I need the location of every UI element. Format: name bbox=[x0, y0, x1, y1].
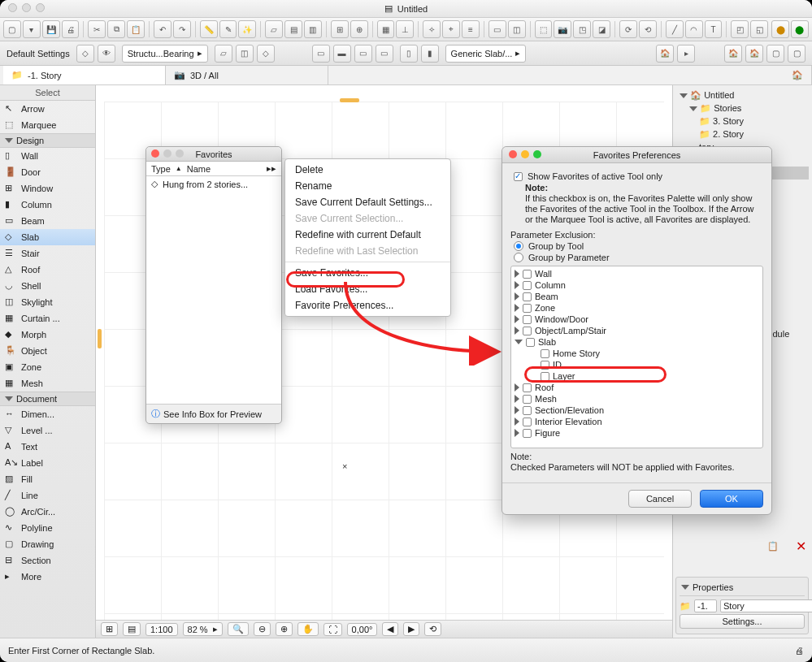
bb-icon1[interactable]: ⊞ bbox=[101, 622, 118, 636]
tool-morph[interactable]: ◆Morph bbox=[0, 327, 95, 343]
slab-settings-icon[interactable]: ◇ bbox=[76, 45, 94, 63]
axo-button[interactable]: ◪ bbox=[593, 20, 610, 38]
marquee-rect-button[interactable]: ⬚ bbox=[535, 20, 553, 38]
zoom-magnify-button[interactable]: 🔍 bbox=[228, 622, 249, 636]
edge4-button[interactable]: ▭ bbox=[376, 45, 393, 63]
menu-save-favorites[interactable]: Save Favorites... bbox=[285, 265, 450, 281]
tool-drawing[interactable]: ▢Drawing bbox=[0, 536, 95, 552]
toggle1-button[interactable]: ⟳ bbox=[619, 20, 637, 38]
undo-button[interactable]: ↶ bbox=[154, 20, 172, 38]
line-tool-button[interactable]: ╱ bbox=[666, 20, 684, 38]
tab-nav-button[interactable]: 🏠 bbox=[784, 66, 812, 84]
tool-more[interactable]: ▸More bbox=[0, 569, 95, 585]
arc-tool-button[interactable]: ◠ bbox=[685, 20, 703, 38]
dialog-titlebar[interactable]: Favorites Preferences bbox=[502, 147, 771, 163]
tool-polyline[interactable]: ∿Polyline bbox=[0, 520, 95, 536]
nav1-button[interactable]: ◰ bbox=[731, 20, 749, 38]
measure-button[interactable]: 📏 bbox=[200, 20, 218, 38]
tool-fill[interactable]: ▨Fill bbox=[0, 471, 95, 487]
tool-window[interactable]: ⊞Window bbox=[0, 180, 95, 197]
tool-line[interactable]: ╱Line bbox=[0, 487, 95, 504]
radio-group-by-parameter[interactable]: Group by Parameter bbox=[514, 253, 763, 262]
align-button[interactable]: ≡ bbox=[462, 20, 480, 38]
menu-load-favorites[interactable]: Load Favorites... bbox=[285, 281, 450, 297]
next-view-button[interactable]: ▶ bbox=[403, 622, 419, 636]
tool-arc[interactable]: ◯Arc/Cir... bbox=[0, 504, 95, 520]
tool-arrow[interactable]: ↖Arrow bbox=[0, 101, 95, 117]
parameter-tree[interactable]: Wall Column Beam Zone Window/Door Object… bbox=[510, 266, 763, 448]
zoom-field[interactable]: 82 %▸ bbox=[183, 622, 223, 636]
home-view-button[interactable]: ⟲ bbox=[424, 622, 441, 636]
col-type[interactable]: Type bbox=[151, 164, 171, 174]
tree-home-story[interactable]: Home Story bbox=[511, 348, 762, 359]
text-tool-button[interactable]: T bbox=[705, 20, 723, 38]
navtab3-button[interactable]: ▢ bbox=[766, 45, 784, 63]
tool-wall[interactable]: ▯Wall bbox=[0, 148, 95, 164]
wand-button[interactable]: ✨ bbox=[238, 20, 256, 38]
tool-beam[interactable]: ▭Beam bbox=[0, 213, 95, 229]
navtab2-button[interactable]: 🏠 bbox=[745, 45, 763, 63]
ground-button[interactable]: ▤ bbox=[284, 20, 302, 38]
pan-button[interactable]: ✋ bbox=[297, 622, 319, 636]
print-button[interactable]: 🖨 bbox=[62, 20, 80, 38]
favorites-header[interactable]: Type ▲ Name ▸▸ bbox=[146, 162, 281, 176]
tool-shell[interactable]: ◡Shell bbox=[0, 278, 95, 294]
composite-combo[interactable]: Generic Slab/...▸ bbox=[445, 45, 527, 63]
story-number-input[interactable] bbox=[694, 599, 717, 612]
angle-field[interactable]: 0,00° bbox=[347, 623, 378, 636]
cut-button[interactable]: ✂ bbox=[88, 20, 106, 38]
redo-button[interactable]: ↷ bbox=[173, 20, 191, 38]
toggle2-button[interactable]: ⟲ bbox=[639, 20, 657, 38]
tool-section[interactable]: ⊟Section bbox=[0, 552, 95, 569]
tree-slab[interactable]: Slab bbox=[511, 336, 762, 348]
tab-story[interactable]: 📁 -1. Story bbox=[3, 66, 166, 84]
bb-icon2[interactable]: ▤ bbox=[123, 622, 141, 636]
fit-button[interactable]: ⛶ bbox=[323, 623, 342, 636]
gravity-button[interactable]: ⊥ bbox=[396, 20, 414, 38]
tree-id[interactable]: ID bbox=[511, 359, 762, 370]
tool-door[interactable]: 🚪Door bbox=[0, 164, 95, 180]
edge2-button[interactable]: ▬ bbox=[333, 45, 351, 63]
open-button[interactable]: ▾ bbox=[23, 20, 41, 38]
col-name[interactable]: Name bbox=[187, 164, 211, 174]
edge3-button[interactable]: ▭ bbox=[354, 45, 372, 63]
geo2-button[interactable]: ◫ bbox=[236, 45, 254, 63]
menu-save-current-default[interactable]: Save Current Default Settings... bbox=[285, 194, 450, 210]
status-button[interactable]: ⬤ bbox=[791, 20, 809, 38]
coord-button[interactable]: ⊞ bbox=[331, 20, 349, 38]
section-button[interactable]: ▥ bbox=[304, 20, 322, 38]
navtab1-button[interactable]: 🏠 bbox=[724, 45, 742, 63]
new-button[interactable]: ▢ bbox=[3, 20, 21, 38]
ok-button[interactable]: OK bbox=[700, 490, 763, 508]
navtab4-button[interactable]: ▢ bbox=[788, 45, 805, 63]
tool-mesh[interactable]: ▦Mesh bbox=[0, 375, 95, 392]
settings-button[interactable]: Settings... bbox=[680, 614, 805, 629]
tool-roof[interactable]: △Roof bbox=[0, 262, 95, 278]
tool-stair[interactable]: ☰Stair bbox=[0, 245, 95, 262]
tool-curtain[interactable]: ▦Curtain ... bbox=[0, 310, 95, 327]
struct1-button[interactable]: ▯ bbox=[400, 45, 418, 63]
scale-field[interactable]: 1:100 bbox=[145, 623, 178, 636]
tool-zone[interactable]: ▣Zone bbox=[0, 359, 95, 375]
nav-popup-button[interactable]: 🏠 bbox=[656, 45, 674, 63]
traffic-lights[interactable] bbox=[8, 3, 45, 12]
nav2-button[interactable]: ◱ bbox=[750, 20, 768, 38]
plane-button[interactable]: ▱ bbox=[265, 20, 283, 38]
guide-button[interactable]: ✧ bbox=[423, 20, 441, 38]
prev-view-button[interactable]: ◀ bbox=[382, 622, 398, 636]
cancel-button[interactable]: Cancel bbox=[628, 490, 692, 508]
default-settings-label[interactable]: Default Settings bbox=[7, 49, 70, 58]
tool-dimension[interactable]: ↔Dimen... bbox=[0, 406, 95, 422]
radio-group-by-tool[interactable]: Group by Tool bbox=[514, 241, 763, 251]
copy-button[interactable]: ⧉ bbox=[107, 20, 125, 38]
group-design[interactable]: Design bbox=[0, 133, 95, 148]
zoom-out-button[interactable]: ⊖ bbox=[254, 622, 271, 636]
pencil-button[interactable]: ✎ bbox=[219, 20, 237, 38]
group-document[interactable]: Document bbox=[0, 392, 95, 406]
properties-header[interactable]: Properties bbox=[680, 581, 805, 596]
menu-redefine-default[interactable]: Redefine with current Default bbox=[285, 227, 450, 243]
menu-rename[interactable]: Rename bbox=[285, 178, 450, 194]
tab-3d[interactable]: 📷 3D / All bbox=[166, 66, 328, 84]
favorites-titlebar[interactable]: Favorites bbox=[146, 147, 281, 162]
favorites-list[interactable]: ◇ Hung from 2 stories... bbox=[146, 176, 281, 404]
